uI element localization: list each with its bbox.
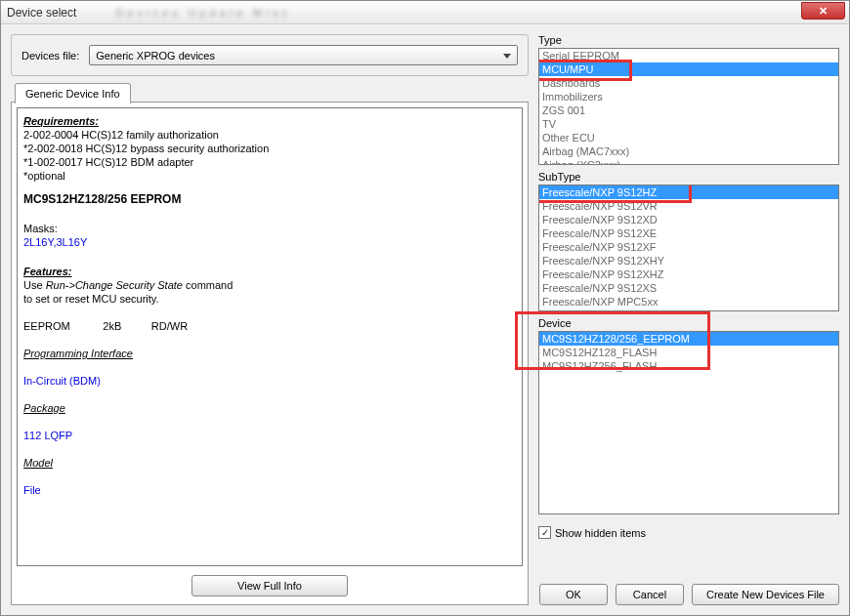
titlebar-blur-text: Devices Update Misc	[115, 7, 290, 19]
req-line: 2-002-0004 HC(S)12 family authorization	[23, 128, 516, 142]
file-label: File	[23, 483, 516, 497]
view-full-row: View Full Info	[14, 569, 526, 602]
list-item[interactable]: MC9S12HZ256_FLASH	[539, 359, 838, 373]
subtype-label: SubType	[538, 171, 839, 183]
window-title: Device select	[7, 6, 76, 20]
list-item[interactable]: Freescale/NXP MPC5xx	[539, 295, 838, 308]
list-item[interactable]: Airbag (MAC7xxx)	[539, 144, 838, 158]
requirements-heading: Requirements:	[23, 114, 516, 128]
info-panel: Requirements: 2-002-0004 HC(S)12 family …	[11, 102, 529, 605]
list-item[interactable]: MCU/MPU	[539, 62, 838, 76]
subtype-listbox[interactable]: Freescale/NXP 9S12HZFreescale/NXP 9S12VR…	[538, 185, 839, 311]
type-section: Type Serial EEPROMMCU/MPUDashboardsImmob…	[538, 34, 839, 165]
devices-file-value: Generic XPROG devices	[96, 50, 215, 62]
tab-generic-device-info[interactable]: Generic Device Info	[15, 83, 131, 103]
show-hidden-row[interactable]: ✓ Show hidden items	[538, 526, 839, 539]
package-heading: Package	[23, 401, 516, 415]
list-item[interactable]: Other ECU	[539, 131, 838, 144]
titlebar: Device select Devices Update Misc ✕	[1, 1, 849, 24]
package-value: 112 LQFP	[23, 429, 516, 442]
subtype-section: SubType Freescale/NXP 9S12HZFreescale/NX…	[538, 171, 839, 311]
list-item[interactable]: MC9S12HZ128/256_EEPROM	[539, 332, 838, 346]
info-tabs-container: Generic Device Info Requirements: 2-002-…	[11, 82, 529, 605]
programming-interface-heading: Programming Interface	[23, 347, 516, 360]
eeprom-row: EEPROM 2kB RD/WR	[23, 319, 516, 333]
list-item[interactable]: Freescale/NXP 9S12XS	[539, 281, 838, 295]
create-new-devices-file-button[interactable]: Create New Devices File	[692, 584, 839, 605]
type-label: Type	[538, 34, 839, 46]
show-hidden-label: Show hidden items	[555, 527, 646, 539]
req-line: *2-002-0018 HC(S)12 bypass security auth…	[23, 142, 516, 155]
list-item[interactable]: Airbag (XC2xxx)	[539, 158, 838, 165]
features-line2: to set or reset MCU security.	[23, 292, 516, 306]
list-item[interactable]: Immobilizers	[539, 90, 838, 103]
cancel-button[interactable]: Cancel	[616, 584, 684, 605]
masks-heading: Masks:	[23, 222, 516, 235]
device-title: MC9S12HZ128/256 EEPROM	[23, 192, 516, 206]
list-item[interactable]: Freescale/NXP 9S12XD	[539, 213, 838, 226]
info-text-area[interactable]: Requirements: 2-002-0004 HC(S)12 family …	[17, 107, 523, 566]
tab-strip: Generic Device Info	[15, 82, 529, 103]
ok-button[interactable]: OK	[539, 584, 608, 605]
list-item[interactable]: Freescale/NXP 9S12VR	[539, 199, 838, 213]
close-button[interactable]: ✕	[801, 2, 845, 20]
device-select-window: Device select Devices Update Misc ✕ Devi…	[0, 0, 850, 616]
type-listbox[interactable]: Serial EEPROMMCU/MPUDashboardsImmobilize…	[538, 48, 839, 165]
list-item[interactable]: Freescale/NXP 9S12XHZ	[539, 267, 838, 281]
close-icon: ✕	[819, 5, 828, 18]
model-heading: Model	[23, 456, 516, 470]
left-column: Devices file: Generic XPROG devices Gene…	[11, 34, 529, 605]
device-listbox[interactable]: MC9S12HZ128/256_EEPROMMC9S12HZ128_FLASHM…	[538, 331, 839, 514]
list-item[interactable]: Freescale/NXP 9S12HZ	[539, 185, 838, 199]
features-line1: Use Run->Change Security State command	[23, 278, 516, 292]
devices-file-combo[interactable]: Generic XPROG devices	[89, 45, 518, 65]
req-line: *1-002-0017 HC(S)12 BDM adapter	[23, 155, 516, 169]
devices-file-group: Devices file: Generic XPROG devices	[11, 34, 529, 76]
view-full-info-button[interactable]: View Full Info	[191, 575, 348, 596]
list-item[interactable]: Freescale/NXP 9S12XHY	[539, 254, 838, 267]
features-heading: Features:	[23, 265, 516, 278]
list-item[interactable]: Serial EEPROM	[539, 49, 838, 62]
device-label: Device	[538, 317, 839, 329]
req-line: *optional	[23, 169, 516, 183]
right-column: Type Serial EEPROMMCU/MPUDashboardsImmob…	[538, 34, 839, 605]
programming-interface-value: In-Circuit (BDM)	[23, 374, 516, 388]
bottom-button-row: OK Cancel Create New Devices File	[538, 576, 839, 605]
list-item[interactable]: Freescale/NXP 9S12XF	[539, 240, 838, 254]
show-hidden-checkbox[interactable]: ✓	[538, 526, 551, 539]
devices-file-row: Devices file: Generic XPROG devices	[21, 45, 518, 65]
list-item[interactable]: TV	[539, 117, 838, 131]
list-item[interactable]: MC9S12HZ128_FLASH	[539, 346, 838, 359]
devices-file-label: Devices file:	[21, 50, 79, 62]
list-item[interactable]: Dashboards	[539, 76, 838, 90]
device-section: Device MC9S12HZ128/256_EEPROMMC9S12HZ128…	[538, 317, 839, 514]
list-item[interactable]: Freescale/NXP 9S12XE	[539, 226, 838, 240]
masks-value: 2L16Y,3L16Y	[23, 235, 516, 249]
content-area: Devices file: Generic XPROG devices Gene…	[1, 24, 849, 615]
list-item[interactable]: ZGS 001	[539, 103, 838, 117]
